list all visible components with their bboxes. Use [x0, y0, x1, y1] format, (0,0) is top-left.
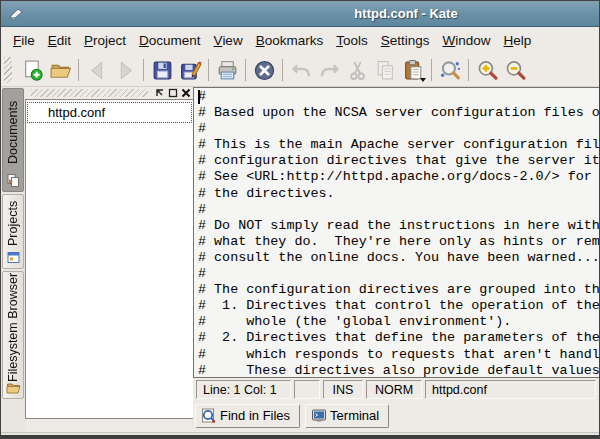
menu-settings[interactable]: Settings: [381, 33, 430, 48]
open-folder-icon: [49, 59, 72, 82]
sidebar-tab-projects[interactable]: Projects: [2, 194, 24, 269]
kate-window: httpd.conf - Kate File Edit Project Docu…: [0, 0, 600, 439]
status-command-mode: NORM: [366, 380, 422, 399]
print-button[interactable]: [213, 56, 241, 84]
main-area: Documents Projects Filesystem Browser: [1, 87, 599, 432]
menu-edit[interactable]: Edit: [48, 33, 71, 48]
redo-icon: [318, 59, 341, 82]
toolbar-separator: [431, 59, 432, 81]
folder-icon: [6, 380, 21, 395]
kate-icon[interactable]: [7, 5, 25, 23]
paste-button[interactable]: [399, 56, 427, 84]
text-editor[interactable]: ## Based upon the NCSA server configurat…: [193, 87, 599, 377]
status-insert-mode: INS: [323, 380, 363, 399]
tab-find-in-files-label: Find in Files: [220, 408, 290, 423]
copy-icon: [374, 59, 397, 82]
sidebar-tab-documents-label: Documents: [3, 93, 23, 171]
print-icon: [216, 59, 239, 82]
terminal-icon: [311, 408, 327, 424]
documents-panel-header: [25, 87, 193, 99]
new-document-button[interactable]: [18, 56, 46, 84]
status-file-name: httpd.conf: [425, 380, 596, 399]
zoom-out-icon: [504, 59, 527, 82]
zoom-in-button[interactable]: [473, 56, 501, 84]
menu-project[interactable]: Project: [84, 33, 126, 48]
restore-icon[interactable]: [154, 88, 165, 99]
close-icon[interactable]: [180, 88, 191, 99]
menu-document[interactable]: Document: [139, 33, 201, 48]
document-list-item[interactable]: httpd.conf: [27, 102, 192, 123]
documents-icon: [6, 173, 21, 188]
menu-tools[interactable]: Tools: [336, 33, 368, 48]
forward-button[interactable]: [111, 56, 139, 84]
zoom-out-button[interactable]: [501, 56, 529, 84]
toolbar-separator: [468, 59, 469, 81]
tool-view-tabs: Find in Files Terminal: [193, 401, 599, 432]
save-icon: [151, 59, 174, 82]
documents-panel: httpd.conf: [25, 87, 193, 432]
toolbar-separator: [208, 59, 209, 81]
toolbar-separator: [143, 59, 144, 81]
toolbar-separator: [282, 59, 283, 81]
sidebar-tabstrip: Documents Projects Filesystem Browser: [1, 87, 25, 432]
undo-button[interactable]: [287, 56, 315, 84]
menu-file[interactable]: File: [13, 33, 35, 48]
close-document-button[interactable]: [250, 56, 278, 84]
window-bottom-frame: [1, 432, 599, 438]
menu-help[interactable]: Help: [504, 33, 532, 48]
find-icon: [439, 59, 462, 82]
tab-find-in-files[interactable]: Find in Files: [195, 404, 300, 428]
menu-view[interactable]: View: [214, 33, 243, 48]
sidebar-tab-projects-label: Projects: [3, 199, 23, 248]
save-as-icon: [179, 59, 202, 82]
find-in-files-icon: [201, 408, 217, 424]
tab-terminal-label: Terminal: [330, 408, 379, 423]
editor-lines: ## Based upon the NCSA server configurat…: [198, 89, 599, 377]
menu-bookmarks[interactable]: Bookmarks: [256, 33, 324, 48]
paste-dropdown-arrow[interactable]: [420, 78, 426, 82]
toolbar-separator: [245, 59, 246, 81]
toolbar-separator: [78, 59, 79, 81]
cut-button[interactable]: [343, 56, 371, 84]
tab-terminal[interactable]: Terminal: [305, 404, 389, 428]
status-line-col: Line: 1 Col: 1: [196, 380, 291, 399]
zoom-in-icon: [476, 59, 499, 82]
document-list: httpd.conf: [25, 99, 193, 419]
status-modified-indicator: [294, 380, 320, 399]
projects-icon: [6, 250, 21, 265]
text-cursor: [198, 90, 200, 104]
dock-drag-handle[interactable]: [31, 89, 148, 97]
copy-button[interactable]: [371, 56, 399, 84]
sidebar-tab-filesystem-browser-label: Filesystem Browser: [3, 276, 23, 378]
new-document-icon: [21, 59, 44, 82]
maximize-icon[interactable]: [167, 88, 178, 99]
editor-column: ## Based upon the NCSA server configurat…: [193, 87, 599, 432]
forward-icon: [114, 59, 137, 82]
titlebar[interactable]: httpd.conf - Kate: [1, 1, 599, 27]
cut-icon: [346, 59, 369, 82]
find-button[interactable]: [436, 56, 464, 84]
window-title: httpd.conf - Kate: [354, 6, 457, 21]
back-icon: [86, 59, 109, 82]
open-folder-button[interactable]: [46, 56, 74, 84]
toolbar-drag-handle[interactable]: [4, 57, 12, 83]
back-button[interactable]: [83, 56, 111, 84]
sidebar-tab-filesystem-browser[interactable]: Filesystem Browser: [2, 271, 24, 399]
menubar: File Edit Project Document View Bookmark…: [1, 27, 599, 54]
undo-icon: [290, 59, 313, 82]
save-as-button[interactable]: [176, 56, 204, 84]
menu-window[interactable]: Window: [442, 33, 490, 48]
sidebar-tab-documents[interactable]: Documents: [2, 88, 24, 192]
close-document-icon: [253, 59, 276, 82]
save-button[interactable]: [148, 56, 176, 84]
redo-button[interactable]: [315, 56, 343, 84]
toolbar: [1, 54, 599, 87]
status-bar: Line: 1 Col: 1 INS NORM httpd.conf: [193, 377, 599, 401]
